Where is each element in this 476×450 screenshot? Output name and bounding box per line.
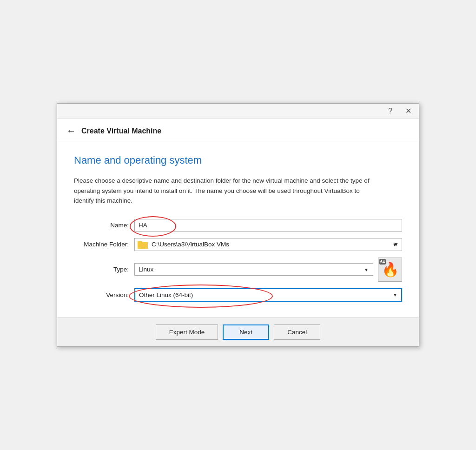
- folder-field-wrap: C:\Users\a3\VirtualBox VMs ▼: [134, 238, 402, 251]
- type-select-wrapper: Linux Windows macOS Other: [134, 263, 373, 276]
- dialog-body: Name and operating system Please choose …: [57, 141, 419, 318]
- dialog-header: ← Create Virtual Machine: [57, 119, 419, 141]
- version-select-wrapper: Other Linux (64-bit) Other Linux (32-bit…: [134, 288, 402, 302]
- name-input[interactable]: [134, 219, 402, 232]
- version-label: Version:: [74, 291, 134, 298]
- help-button[interactable]: ?: [385, 106, 395, 116]
- expert-mode-button[interactable]: Expert Mode: [156, 324, 218, 340]
- close-button[interactable]: ✕: [403, 106, 414, 116]
- type-field-wrap: Linux Windows macOS Other: [134, 263, 373, 276]
- folder-row: Machine Folder: C:\Users\a3\VirtualBox V…: [74, 238, 402, 251]
- version-select[interactable]: Other Linux (64-bit) Other Linux (32-bit…: [134, 288, 402, 302]
- folder-icon: [138, 240, 148, 249]
- version-row: Version: Other Linux (64-bit) Other Linu…: [74, 288, 402, 302]
- folder-label: Machine Folder:: [74, 241, 134, 248]
- os-icon-badge: 64: [379, 259, 386, 265]
- create-vm-dialog: ? ✕ ← Create Virtual Machine Name and op…: [57, 103, 419, 347]
- next-button[interactable]: Next: [223, 324, 269, 340]
- name-label: Name:: [74, 222, 134, 229]
- name-row: Name:: [74, 219, 402, 232]
- description-text: Please choose a descriptive name and des…: [74, 176, 376, 206]
- folder-select[interactable]: C:\Users\a3\VirtualBox VMs ▼: [134, 238, 402, 251]
- folder-path: C:\Users\a3\VirtualBox VMs: [152, 241, 390, 248]
- svg-rect-2: [138, 242, 148, 248]
- type-select[interactable]: Linux Windows macOS Other: [134, 263, 373, 276]
- version-field-wrap: Other Linux (64-bit) Other Linux (32-bit…: [134, 288, 402, 302]
- type-label: Type:: [74, 266, 134, 273]
- folder-dropdown-arrow: ▼: [393, 241, 399, 248]
- dialog-footer: Expert Mode Next Cancel: [57, 318, 419, 346]
- section-title: Name and operating system: [74, 154, 402, 166]
- title-bar: ? ✕: [57, 104, 419, 119]
- type-row: Type: Linux Windows macOS Other 64 🔥: [74, 258, 402, 282]
- name-field-wrap: [134, 219, 402, 232]
- os-icon-container: 64 🔥: [378, 258, 402, 282]
- back-button[interactable]: ←: [66, 126, 76, 136]
- cancel-button[interactable]: Cancel: [274, 324, 320, 340]
- dialog-title: Create Virtual Machine: [81, 127, 161, 135]
